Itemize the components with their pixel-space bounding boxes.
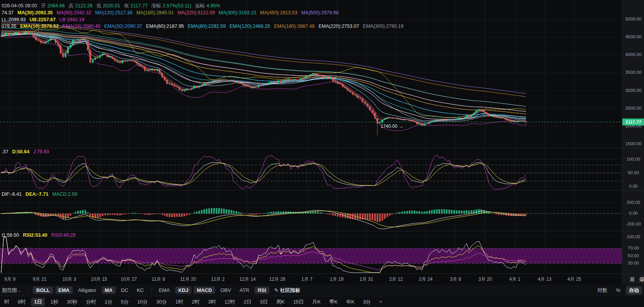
period-range-button[interactable]: 期范围⌄: [1, 286, 24, 295]
legend-token: EMA(10):2078.52: [20, 24, 58, 29]
boll-legend: LL:2099.93UB:2257.67LB:1942.19: [2, 17, 88, 22]
close-icon[interactable]: ×: [376, 298, 386, 305]
toggle-筹[interactable]: 筹: [630, 276, 635, 283]
indicator-button-MACD[interactable]: MACD: [194, 287, 215, 294]
time-label: 2月 24: [419, 276, 432, 283]
indicator-button-MA[interactable]: MA: [102, 287, 116, 294]
time-label: 4月 1: [509, 276, 521, 283]
indicator-button-RSI[interactable]: RSI: [255, 287, 269, 294]
edit-icon[interactable]: ✎: [274, 287, 278, 293]
legend-token: 振幅: [195, 3, 205, 8]
indicator-button-DC[interactable]: DC: [118, 287, 132, 294]
legend-token: I1:59.50: [2, 232, 19, 238]
axis-label: 100.00: [622, 234, 644, 239]
axis-label: 70.00: [622, 246, 644, 250]
legend-token: 收: [124, 3, 129, 8]
indicator-button-BOLL[interactable]: BOLL: [33, 287, 53, 294]
legend-token: MA(120):2517.38: [95, 10, 133, 15]
timeframe-button-1分[interactable]: 1分: [101, 298, 115, 306]
legend-token: LL:2099.93: [2, 17, 26, 22]
time-label: 10月 3: [63, 276, 76, 283]
timeframe-button-3日[interactable]: 3日: [257, 298, 271, 306]
timeframe-button-年K[interactable]: 年K: [343, 298, 358, 306]
legend-token: MA(450):2913.53: [260, 10, 297, 15]
legend-token: EMA(15):2080.40: [63, 24, 101, 29]
indicator-button-EMA[interactable]: EMA: [55, 287, 73, 294]
timeframe-button-5分[interactable]: 5分: [118, 298, 132, 306]
time-label: 4月 13: [538, 276, 551, 283]
axis-label: 0.00: [622, 184, 644, 188]
legend-token: 涨幅: [152, 3, 161, 8]
legend-token: 低: [96, 3, 101, 8]
indicator-button-ATR[interactable]: ATR: [236, 287, 252, 294]
timeframe-button-10分[interactable]: 10分: [134, 298, 151, 306]
timeframe-toolbar: 时8时1日1秒30秒分时1分5分10分30分1时2时3时12时2日3日周K15日…: [0, 296, 644, 307]
timeframe-button-1秒[interactable]: 1秒: [47, 298, 61, 306]
axis-label: 4500.00: [622, 34, 644, 39]
timeframe-button-30秒[interactable]: 30秒: [64, 298, 80, 306]
macd-legend: DIF:-6.41DEA:-7.71MACD:2.59: [2, 192, 81, 197]
timeframe-button-15日[interactable]: 15日: [290, 298, 307, 306]
legend-token: DIF:-6.41: [2, 192, 22, 197]
kdj-legend: .37D:50.64J:79.83: [2, 149, 53, 154]
time-label: 1月 31: [360, 276, 373, 283]
legend-token: DEA:-7.71: [26, 192, 48, 197]
indicator-button-KC[interactable]: KC: [134, 287, 147, 294]
indicator-toolbar: 期范围⌄ BOLLEMAAlligatorMADCKC EMAKDJMACDOB…: [0, 285, 644, 296]
chevron-down-icon: ⌄: [18, 288, 21, 293]
indicator-button-KDJ[interactable]: KDJ: [175, 287, 191, 294]
indicator-button-EMA[interactable]: EMA: [156, 287, 173, 294]
timeframe-button-2时[interactable]: 2时: [189, 298, 203, 306]
legend-token: 2.57%(53.11): [163, 3, 191, 8]
timeframe-button-1时[interactable]: 1时: [173, 298, 186, 306]
ema-legend: 079.35EMA(10):2078.52EMA(15):2080.40EMA(…: [2, 24, 407, 29]
timeframe-button-时[interactable]: 时: [1, 298, 12, 306]
scale-button-%[interactable]: %: [613, 287, 624, 294]
time-label: 4月 25: [567, 276, 581, 283]
legend-token: 开: [41, 3, 46, 8]
timeframe-button-周K[interactable]: 周K: [273, 298, 288, 306]
timeframe-button-季K[interactable]: 季K: [326, 298, 341, 306]
legend-token: RSI2:53.40: [23, 232, 47, 238]
rsi-legend: I1:59.50RSI2:53.40RSI3:49.29: [2, 232, 79, 238]
timeframe-button-12时[interactable]: 12时: [221, 298, 238, 306]
axis-label: -200.00: [622, 222, 644, 226]
indicator-button-Alligator[interactable]: Alligator: [75, 287, 99, 294]
price-axis[interactable]: 2117.77 5000.004500.004000.003500.003000…: [622, 0, 644, 285]
axis-label: 3500.00: [622, 70, 644, 75]
axis-label: 50.00: [622, 170, 644, 175]
ohlc-legend: 026-04-05 08:00开2064.66高2122.26低2020.01收…: [2, 3, 224, 9]
timeframe-button-3分[interactable]: 3分: [360, 298, 374, 306]
legend-token: EMA(60):2187.95: [146, 24, 184, 29]
timeframe-button-分时[interactable]: 分时: [83, 298, 99, 306]
axis-label: 3000.00: [622, 88, 644, 93]
scale-button-对数[interactable]: 对数: [594, 286, 610, 295]
axis-label: 5000.00: [622, 17, 644, 21]
timeframe-button-月K[interactable]: 月K: [309, 298, 324, 306]
time-label: 11月 20: [180, 276, 196, 283]
divider: [151, 287, 152, 293]
timeframe-button-8时[interactable]: 8时: [15, 298, 29, 306]
toggle-爆[interactable]: 爆: [639, 276, 644, 283]
time-label: 9月 21: [33, 276, 46, 283]
time-label: 10月 15: [91, 276, 107, 283]
indicator-button-OBV[interactable]: OBV: [217, 287, 234, 294]
timeframe-button-3时[interactable]: 3时: [205, 298, 219, 306]
candlestick-chart[interactable]: [0, 0, 622, 285]
chart-area[interactable]: 026-04-05 08:00开2064.66高2122.26低2020.01收…: [0, 0, 622, 285]
time-label: 1月 19: [330, 276, 343, 283]
legend-token: 2064.66: [47, 3, 65, 8]
time-label: 12月 2: [211, 276, 225, 283]
axis-label: 200.00: [622, 200, 644, 205]
community-indicators-button[interactable]: 社区指标: [280, 287, 300, 294]
legend-token: EMA(120):2466.25: [230, 24, 270, 29]
legend-token: MA(30):2092.35: [17, 10, 53, 15]
timeframe-button-2日[interactable]: 2日: [241, 298, 255, 306]
legend-token: RSI3:49.29: [51, 232, 75, 238]
time-axis[interactable]: 9月 99月 2110月 310月 1510月 2711月 811月 2012月…: [0, 273, 622, 285]
scale-button-自动[interactable]: 自动: [626, 286, 642, 295]
timeframe-button-30分[interactable]: 30分: [153, 298, 170, 306]
legend-token: EMA(30):2090.37: [104, 24, 142, 29]
timeframe-button-1日[interactable]: 1日: [31, 298, 45, 306]
current-price-badge: 2117.77: [622, 119, 644, 126]
